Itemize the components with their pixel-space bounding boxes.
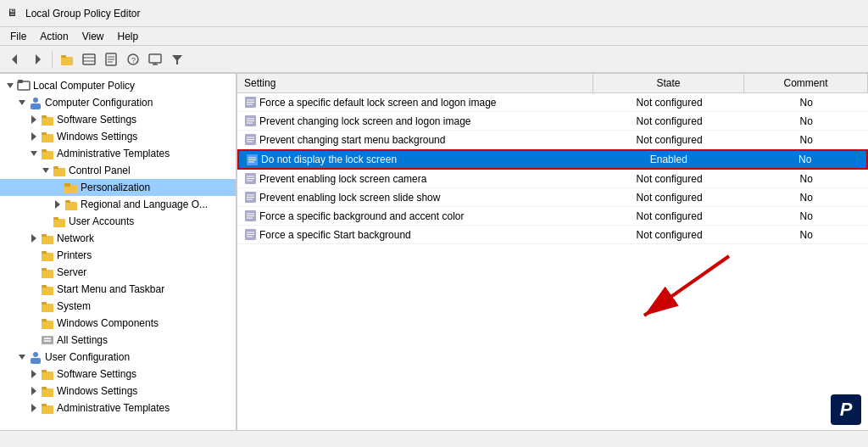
svg-rect-49 [42,287,53,295]
header-state[interactable]: State [593,74,744,92]
menu-item-help[interactable]: Help [111,29,146,44]
tree-item-user-windows[interactable]: Windows Settings [0,383,236,400]
svg-point-59 [33,352,38,357]
table-row[interactable]: Prevent changing start menu backgroundNo… [237,131,868,149]
tree-item-windows-settings[interactable]: Windows Settings [0,128,236,145]
tree-item-control-panel[interactable]: Control Panel [0,162,236,179]
tree-expander-network[interactable] [27,232,41,245]
tree-expander-windows-settings[interactable] [27,130,41,143]
tree-icon-admin-templates [41,147,54,160]
table-row[interactable]: Prevent enabling lock screen cameraNot c… [237,170,868,188]
table-row[interactable]: Force a specific background and accent c… [237,207,868,226]
tree-expander-computer-config[interactable] [15,96,29,109]
setting-text-5: Prevent enabling lock screen camera [259,173,426,185]
cell-comment-8: No [745,226,868,243]
table-row[interactable]: Prevent enabling lock screen slide showN… [237,188,868,207]
tree-item-user-config[interactable]: User Configuration [0,349,236,366]
filter-icon[interactable] [167,49,187,70]
computer-icon2[interactable] [145,49,165,70]
tree-expander-user-config[interactable] [15,350,29,364]
svg-rect-62 [42,372,53,380]
tree-expander-software-settings[interactable] [27,113,41,126]
tree-item-user-software[interactable]: Software Settings [0,366,236,383]
tree-item-personalization[interactable]: Personalization [0,179,236,196]
tree-item-software-settings[interactable]: Software Settings [0,111,236,128]
svg-rect-27 [42,134,53,142]
setting-text-3: Prevent changing start menu background [259,134,445,146]
tree-item-computer-config[interactable]: Computer Configuration [0,94,236,111]
tree-icon-user-config [29,350,42,364]
tree-item-system[interactable]: System [0,298,236,315]
tree-expander-local-policy[interactable] [3,79,17,92]
forward-button[interactable] [27,49,47,70]
cell-comment-6: No [745,189,868,206]
svg-rect-2 [61,57,73,65]
menu-item-action[interactable]: Action [33,29,75,44]
tree-item-all-settings[interactable]: All Settings [0,332,236,349]
table-row[interactable]: Do not display the lock screenEnabledNo [237,149,868,170]
tree-item-server[interactable]: Server [0,264,236,281]
cell-state-7: Not configured [594,208,745,225]
tree-expander-user-software[interactable] [27,367,41,381]
svg-rect-39 [65,200,70,203]
list-view[interactable]: Setting State Comment Force a specific d… [237,74,868,430]
right-panel: Setting State Comment Force a specific d… [237,74,868,430]
tree-expander-printers [27,249,41,262]
folder-icon[interactable] [57,49,77,70]
list-icon[interactable] [79,49,99,70]
tree-item-admin-templates[interactable]: Administrative Templates [0,145,236,162]
tree-expander-regional[interactable] [51,198,64,211]
tree-label-system: System [57,300,91,312]
cell-setting-5: Prevent enabling lock screen camera [237,170,594,187]
svg-rect-66 [42,387,47,389]
svg-rect-47 [42,270,53,278]
tree-label-all-settings: All Settings [57,334,108,346]
svg-rect-30 [42,151,53,159]
back-button[interactable] [5,49,25,70]
tree-icon-computer-config [29,96,42,109]
tree-item-windows-components[interactable]: Windows Components [0,315,236,332]
tree-panel[interactable]: Local Computer PolicyComputer Configurat… [0,74,237,430]
setting-icon [244,97,256,109]
header-comment[interactable]: Comment [744,74,868,92]
menu-item-view[interactable]: View [75,29,111,44]
table-row[interactable]: Prevent changing lock screen and logon i… [237,112,868,131]
tree-label-printers: Printers [57,249,92,261]
tree-item-printers[interactable]: Printers [0,247,236,264]
svg-rect-28 [42,132,47,135]
tree-item-local-policy[interactable]: Local Computer Policy [0,77,236,94]
tree-item-regional[interactable]: Regional and Language O... [0,196,236,213]
svg-marker-29 [31,151,37,156]
tree-expander-admin-templates[interactable] [27,147,41,160]
tree-icon-user-windows [41,384,54,398]
table-row[interactable]: Force a specific Start backgroundNot con… [237,226,868,244]
cell-setting-1: Force a specific default lock screen and… [237,94,594,111]
tree-label-windows-components: Windows Components [57,317,159,329]
page-icon[interactable] [101,49,121,70]
svg-point-21 [33,98,38,103]
cell-setting-8: Force a specific Start background [237,226,594,243]
svg-marker-17 [7,83,14,88]
tree-expander-user-windows[interactable] [27,384,41,398]
cell-comment-4: No [743,151,866,168]
svg-rect-52 [42,302,47,305]
svg-rect-33 [53,168,65,176]
help-icon[interactable]: ? [123,49,143,70]
menu-item-file[interactable]: File [3,29,33,44]
header-setting[interactable]: Setting [237,74,593,92]
tree-icon-personalization [64,181,78,194]
svg-rect-34 [53,166,58,169]
setting-text-8: Force a specific Start background [259,229,411,241]
svg-rect-40 [53,219,65,227]
tree-label-regional: Regional and Language O... [81,198,208,210]
tree-item-network[interactable]: Network [0,230,236,247]
tree-item-user-admin[interactable]: Administrative Templates [0,400,236,416]
table-row[interactable]: Force a specific default lock screen and… [237,93,868,112]
svg-marker-64 [31,387,36,395]
svg-rect-13 [149,54,161,63]
svg-rect-60 [31,358,41,364]
tree-expander-control-panel[interactable] [39,164,53,177]
tree-expander-user-admin[interactable] [27,401,41,415]
tree-item-user-accounts[interactable]: User Accounts [0,213,236,230]
tree-item-start-menu[interactable]: Start Menu and Taskbar [0,281,236,298]
